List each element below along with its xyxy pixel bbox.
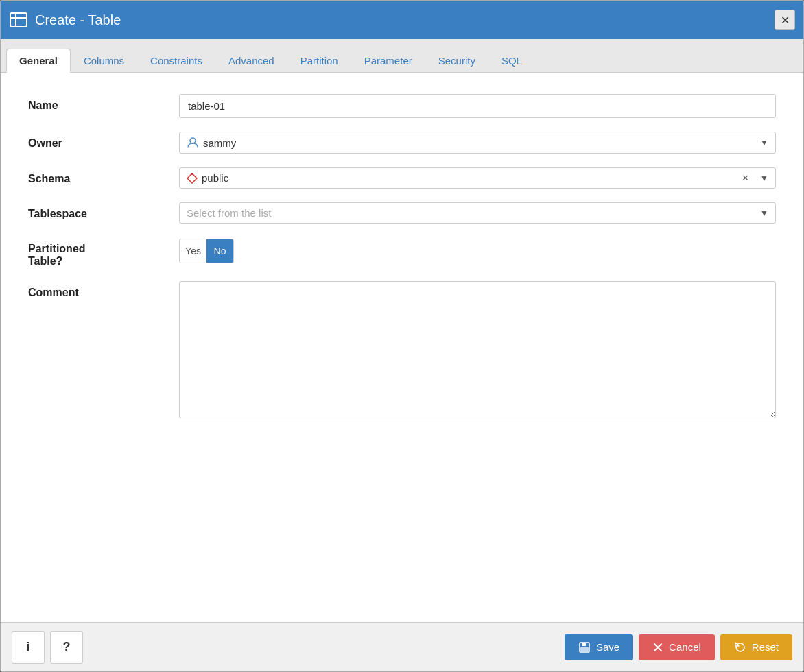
cancel-button[interactable]: Cancel [639,634,715,660]
tablespace-row: Tablespace Select from the list ▼ [28,202,776,224]
footer-right-buttons: Save Cancel Reset [565,634,792,660]
name-row: Name [28,94,776,118]
dialog-title: Create - Table [35,12,121,28]
title-bar-left: Create - Table [9,10,121,29]
schema-text: public [202,172,228,184]
close-button[interactable]: ✕ [775,10,795,30]
owner-control: sammy ▼ [179,132,776,154]
toggle-no-option: No [206,239,233,263]
toggle-yes-option: Yes [180,239,206,263]
svg-point-3 [190,138,196,143]
partitioned-toggle-wrap: Yes No [179,237,776,265]
create-table-dialog: Create - Table ✕ General Columns Constra… [0,0,804,672]
table-icon [9,10,28,29]
tab-advanced[interactable]: Advanced [215,49,287,72]
comment-label: Comment [28,281,179,299]
name-label: Name [28,94,179,112]
tab-columns[interactable]: Columns [71,49,137,72]
tab-partition[interactable]: Partition [287,49,351,72]
tablespace-arrow-icon: ▼ [760,208,768,218]
schema-arrow-icon: ▼ [760,173,768,183]
save-icon [578,641,591,653]
tab-parameter[interactable]: Parameter [351,49,425,72]
partitioned-control: Yes No [179,237,776,265]
schema-label: Schema [28,167,179,185]
comment-textarea[interactable] [179,281,776,418]
svg-rect-0 [10,13,27,27]
svg-rect-6 [580,647,589,651]
name-input[interactable] [179,94,776,118]
tab-constraints[interactable]: Constraints [137,49,215,72]
name-control [179,94,776,118]
schema-clear-icon[interactable]: ✕ [739,173,752,183]
schema-value: public [187,172,739,184]
schema-select[interactable]: public ✕ ▼ [179,167,776,189]
tab-general[interactable]: General [6,49,71,73]
partitioned-label: PartitionedTable? [28,237,179,267]
tab-sql[interactable]: SQL [488,49,535,72]
reset-button[interactable]: Reset [720,634,792,660]
owner-row: Owner sammy ▼ [28,132,776,154]
partitioned-toggle[interactable]: Yes No [179,239,234,263]
owner-label: Owner [28,132,179,149]
reset-icon [734,641,746,653]
owner-select[interactable]: sammy ▼ [179,132,776,154]
schema-row: Schema public ✕ ▼ [28,167,776,189]
footer: i ? Save Cancel [1,622,803,671]
svg-rect-5 [582,643,586,646]
owner-text: sammy [203,137,236,149]
tabs-bar: General Columns Constraints Advanced Par… [1,39,803,73]
footer-left-buttons: i ? [12,631,83,664]
form-content: Name Owner sammy ▼ [1,73,803,622]
title-bar: Create - Table ✕ [1,1,803,39]
schema-control: public ✕ ▼ [179,167,776,189]
tablespace-placeholder: Select from the list [187,207,755,219]
owner-value: sammy [187,136,755,149]
owner-arrow-icon: ▼ [760,138,768,147]
comment-control [179,281,776,420]
cancel-icon [652,642,663,653]
save-button[interactable]: Save [565,634,633,660]
partitioned-row: PartitionedTable? Yes No [28,237,776,267]
comment-row: Comment [28,281,776,420]
reset-label: Reset [752,641,779,653]
tablespace-label: Tablespace [28,202,179,220]
schema-controls: ✕ ▼ [739,173,768,183]
help-button[interactable]: ? [50,631,83,664]
tab-security[interactable]: Security [425,49,488,72]
cancel-label: Cancel [669,641,701,653]
tablespace-select[interactable]: Select from the list ▼ [179,202,776,224]
info-button[interactable]: i [12,631,45,664]
save-label: Save [596,641,619,653]
tablespace-control: Select from the list ▼ [179,202,776,224]
